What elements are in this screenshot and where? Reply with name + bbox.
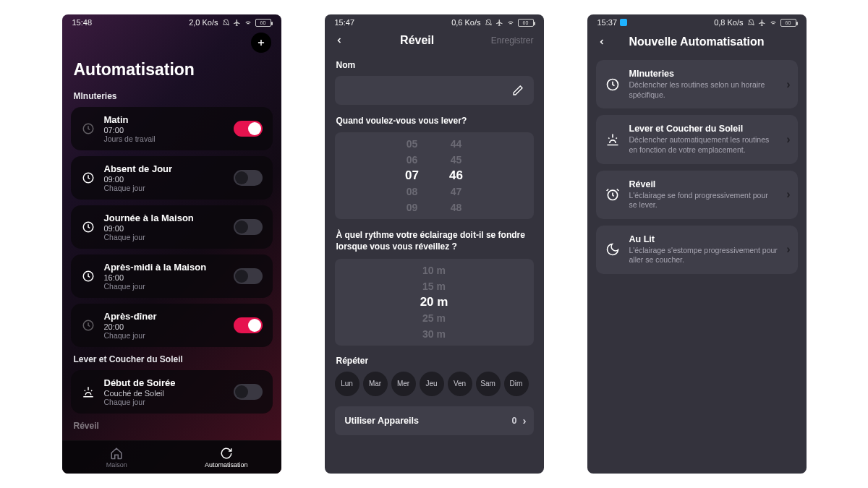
clock-icon xyxy=(82,319,95,332)
add-button[interactable] xyxy=(251,33,271,53)
timer-time: 09:00 xyxy=(104,175,225,184)
tab-auto-label: Automatisation xyxy=(205,461,248,468)
timer-name: Journée à la Maison xyxy=(104,213,225,223)
wifi-icon xyxy=(244,19,252,27)
airplane-icon xyxy=(758,19,766,27)
status-bar: 15:37 0,8 Ko/s 60 xyxy=(587,14,807,28)
new-automation-screen: 15:37 0,8 Ko/s 60 Nouvelle Automatisatio… xyxy=(587,14,807,474)
status-rate: 2,0 Ko/s xyxy=(189,18,218,27)
day-button[interactable]: Jeu xyxy=(420,372,444,396)
day-button[interactable]: Lun xyxy=(335,372,359,396)
sun-name: Début de Soirée xyxy=(104,377,225,388)
question-fade-rate: À quel rythme votre éclairage doit-il se… xyxy=(336,229,532,252)
refresh-clock-icon xyxy=(220,447,233,460)
automation-list-screen: 15:48 2,0 Ko/s 60 Automatisation MInuter… xyxy=(62,14,281,474)
tab-bar: Maison Automatisation xyxy=(62,440,281,474)
bell-off-icon xyxy=(747,19,755,27)
home-icon xyxy=(110,447,123,460)
battery-icon: 60 xyxy=(518,19,534,27)
screen-title: Réveil xyxy=(400,34,434,47)
tab-home-label: Maison xyxy=(106,461,127,468)
timer-sub: Chaque jour xyxy=(104,184,225,192)
day-button[interactable]: Ven xyxy=(448,372,472,396)
clock-icon xyxy=(605,77,620,92)
plus-icon xyxy=(256,38,266,48)
back-button[interactable] xyxy=(597,36,606,48)
section-label-timers: MInuteries xyxy=(74,91,270,101)
battery-icon: 60 xyxy=(780,19,796,27)
option-wake[interactable]: Réveil L'éclairage se fond progressiveme… xyxy=(596,171,798,219)
label-name: Nom xyxy=(336,60,532,70)
fade-picker[interactable]: 10 m 15 m 20 m 25 m 30 m xyxy=(335,259,534,346)
airplane-icon xyxy=(233,19,241,27)
option-name: MInuteries xyxy=(629,69,778,79)
clock-icon xyxy=(82,221,95,234)
time-picker[interactable]: 05 06 07 08 09 44 45 46 47 48 xyxy=(335,132,534,219)
name-input[interactable] xyxy=(335,76,534,105)
timer-name: Matin xyxy=(104,114,225,125)
sun-sub: Chaque jour xyxy=(104,398,225,406)
battery-icon: 60 xyxy=(255,19,271,27)
status-rate: 0,8 Ko/s xyxy=(714,18,743,27)
back-button[interactable] xyxy=(335,35,344,46)
wake-edit-screen: 15:47 0,6 Ko/s 60 Réveil Enregistrer Nom… xyxy=(325,14,544,474)
option-name: Lever et Coucher du Soleil xyxy=(629,124,778,134)
status-app-indicator-icon xyxy=(620,19,627,26)
section-label-wake: Réveil xyxy=(74,421,270,431)
option-desc: Déclencher les routines selon un horaire… xyxy=(629,80,778,100)
sun-card[interactable]: Début de Soirée Couché de Soleil Chaque … xyxy=(71,370,273,414)
wifi-icon xyxy=(506,19,515,27)
day-button[interactable]: Mer xyxy=(391,372,416,396)
timer-time: 07:00 xyxy=(104,126,225,134)
option-desc: Déclencher automatiquement les routines … xyxy=(629,135,778,155)
timer-toggle[interactable] xyxy=(234,121,263,137)
chevron-right-icon: › xyxy=(786,188,790,201)
status-icons: 60 xyxy=(222,19,271,27)
question-wake-time: Quand voulez-vous vous lever? xyxy=(336,115,532,127)
chevron-left-icon xyxy=(335,35,344,46)
save-button[interactable]: Enregistrer xyxy=(491,35,534,46)
sunset-icon xyxy=(82,385,95,398)
airplane-icon xyxy=(495,19,503,27)
bell-off-icon xyxy=(222,19,230,27)
page-title: Automatisation xyxy=(62,57,281,90)
day-button[interactable]: Mar xyxy=(363,372,388,396)
alarm-icon xyxy=(605,187,620,202)
timer-toggle[interactable] xyxy=(234,317,263,333)
use-devices-label: Utiliser Appareils xyxy=(345,416,419,426)
option-bed[interactable]: Au Lit L'éclairage s'estompe progressive… xyxy=(596,226,798,274)
timer-card[interactable]: Matin 07:00 Jours de travail xyxy=(71,107,273,150)
option-sun[interactable]: Lever et Coucher du Soleil Déclencher au… xyxy=(596,115,798,163)
sun-time: Couché de Soleil xyxy=(104,389,225,398)
option-desc: L'éclairage se fond progressivement pour… xyxy=(629,191,778,210)
option-name: Au Lit xyxy=(629,234,778,244)
timer-sub: Chaque jour xyxy=(104,233,225,241)
day-button[interactable]: Dim xyxy=(504,372,529,396)
use-devices-row[interactable]: Utiliser Appareils 0 › xyxy=(335,406,534,435)
status-bar: 15:48 2,0 Ko/s 60 xyxy=(62,14,281,28)
timer-toggle[interactable] xyxy=(234,268,263,284)
timer-time: 16:00 xyxy=(104,273,225,282)
moon-icon xyxy=(605,242,620,257)
timer-card[interactable]: Après-dîner 20:00 Chaque jour xyxy=(71,304,273,347)
status-rate: 0,6 Ko/s xyxy=(451,18,480,27)
timer-toggle[interactable] xyxy=(234,219,263,235)
timer-card[interactable]: Après-midi à la Maison 16:00 Chaque jour xyxy=(71,254,273,298)
timer-card[interactable]: Journée à la Maison 09:00 Chaque jour xyxy=(71,205,273,249)
chevron-left-icon xyxy=(597,36,606,48)
pencil-icon xyxy=(512,85,524,96)
sun-toggle[interactable] xyxy=(234,384,263,400)
timer-card[interactable]: Absent de Jour 09:00 Chaque jour xyxy=(71,156,273,200)
status-time: 15:37 xyxy=(597,18,618,27)
tab-automation[interactable]: Automatisation xyxy=(171,441,281,474)
tab-home[interactable]: Maison xyxy=(62,441,172,474)
timer-toggle[interactable] xyxy=(234,170,263,186)
chevron-right-icon: › xyxy=(786,133,790,146)
chevron-right-icon: › xyxy=(523,414,527,427)
day-button[interactable]: Sam xyxy=(476,372,501,396)
wifi-icon xyxy=(769,19,778,27)
hour-column[interactable]: 05 06 07 08 09 xyxy=(405,137,419,215)
option-timers[interactable]: MInuteries Déclencher les routines selon… xyxy=(596,60,798,108)
timer-sub: Chaque jour xyxy=(104,331,225,340)
minute-column[interactable]: 44 45 46 47 48 xyxy=(449,137,463,215)
